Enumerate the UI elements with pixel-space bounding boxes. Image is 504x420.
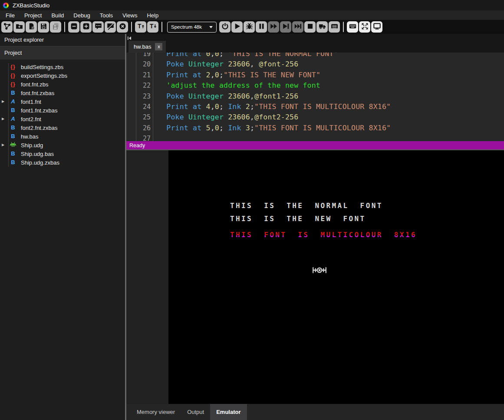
tree-item-label: Ship.udg.zxbas — [21, 159, 59, 166]
app-window: ZXBasicStudio FileProjectBuildDebugTools… — [0, 0, 504, 420]
code-line: 21 Print at 2,0;"THIS IS THE NEW FONT" — [126, 70, 504, 80]
line-number: 27 — [136, 133, 153, 141]
chevron-down-icon — [209, 26, 213, 28]
line-number: 24 — [136, 102, 153, 112]
tree-item-ship-udg-zxbas[interactable]: BShip.udg.zxbas — [0, 158, 125, 167]
run-to-end-button[interactable] — [292, 21, 303, 33]
code-editor[interactable]: 19 Print at 0,0; "THIS IS THE NORMAL FON… — [126, 53, 504, 141]
tape-button[interactable] — [329, 21, 340, 33]
tree-item-font2-fnt-zxbas[interactable]: Bfont2.fnt.zxbas — [0, 123, 125, 132]
power-button[interactable] — [219, 21, 231, 33]
save-button[interactable] — [38, 21, 49, 33]
menu-item-debug[interactable]: Debug — [69, 11, 95, 20]
uncomment-icon — [107, 23, 114, 31]
editor-tab-strip: hw.bas x — [126, 34, 504, 53]
bottom-tab-output[interactable]: Output — [181, 404, 210, 420]
tree-item-font-fnt-zxbas[interactable]: Bfont.fnt.zxbas — [0, 89, 125, 97]
bottom-tab-emulator[interactable]: Emulator — [210, 404, 247, 420]
debug-icon — [246, 23, 253, 31]
menu-item-project[interactable]: Project — [20, 11, 46, 20]
clear-icon — [119, 23, 126, 31]
line-number: 25 — [136, 112, 153, 122]
truck-button[interactable] — [316, 21, 328, 33]
tree-item-exportsettings-zbs[interactable]: {}exportSettings.zbs — [0, 71, 125, 80]
machine-selector-value: Spectrum 48k — [171, 24, 202, 30]
main-area: Project explorer Project {}buildSettings… — [0, 34, 504, 420]
status-text: Ready — [129, 142, 145, 149]
add-button[interactable] — [80, 21, 92, 33]
keyboard-button[interactable] — [347, 21, 358, 33]
code-text: 'adjust the address of the new font — [153, 80, 320, 91]
code-line: 25 Poke Uinteger 23606,@font2-256 — [126, 112, 504, 122]
tree-item-font1-fnt[interactable]: ▶Afont1.fnt — [0, 97, 125, 106]
debug-button[interactable] — [244, 21, 255, 33]
font-decrease-button[interactable]: T — [147, 21, 158, 33]
step-button[interactable] — [280, 21, 291, 33]
svg-text:T: T — [150, 23, 154, 30]
comment-button[interactable] — [92, 21, 104, 33]
tree-item-font-fnt-zbs[interactable]: {}font.fnt.zbs — [0, 80, 125, 89]
power-icon — [221, 23, 229, 31]
window-title: ZXBasicStudio — [13, 2, 49, 9]
menu-item-build[interactable]: Build — [46, 11, 69, 20]
new-file-button[interactable] — [26, 21, 37, 33]
keyboard-icon — [349, 23, 356, 31]
remove-button[interactable] — [68, 21, 79, 33]
save-icon — [40, 23, 47, 31]
emulator-display[interactable]: THIS IS THE NORMAL FONTTHIS IS THE NEW F… — [168, 150, 504, 404]
clear-button[interactable] — [117, 21, 128, 33]
expander-arrow-icon[interactable]: ▶ — [0, 97, 6, 106]
menu-item-tools[interactable]: Tools — [95, 11, 118, 20]
stop-button[interactable] — [304, 21, 316, 33]
tree-root-project[interactable]: Project — [0, 46, 125, 60]
menu-item-help[interactable]: Help — [142, 11, 163, 20]
basic-file-icon: B — [10, 133, 16, 140]
code-text: Print at 4,0; Ink 2;"THIS FONT IS MULTIC… — [153, 102, 391, 112]
font-file-icon: A — [10, 98, 16, 105]
basic-file-icon: B — [10, 124, 16, 131]
braces-icon: {} — [10, 63, 16, 70]
menu-bar: FileProjectBuildDebugToolsViewsHelp — [0, 10, 504, 20]
font-increase-button[interactable]: T — [135, 21, 146, 33]
machine-selector[interactable]: Spectrum 48k — [167, 22, 217, 33]
code-text: Print at 5,0; Ink 3;"THIS FONT IS MULTIC… — [153, 123, 391, 133]
code-line: 22 'adjust the address of the new font — [126, 80, 504, 91]
tree-item-buildsettings-zbs[interactable]: {}buildSettings.zbs — [0, 63, 125, 71]
menu-item-file[interactable]: File — [1, 11, 20, 20]
comment-icon — [95, 23, 102, 31]
line-number: 20 — [136, 59, 153, 69]
code-text: Print at 0,0; "THIS IS THE NORMAL FONT" — [153, 53, 338, 59]
tree-item-ship-udg-bas[interactable]: BShip.udg.bas — [0, 149, 125, 158]
tab-close-icon[interactable]: x — [155, 43, 162, 50]
line-number: 23 — [136, 91, 153, 102]
expander-arrow-icon[interactable]: ▶ — [0, 115, 6, 123]
tree-item-hw-bas[interactable]: Bhw.bas — [0, 132, 125, 141]
pause-button[interactable] — [256, 21, 267, 33]
uncomment-button[interactable] — [105, 21, 116, 33]
tree-item-label: exportSettings.zbs — [21, 73, 67, 79]
tab-hw-bas[interactable]: hw.bas x — [128, 41, 166, 53]
bottom-tab-memory-viewer[interactable]: Memory viewer — [131, 404, 181, 420]
fullscreen-button[interactable] — [359, 21, 370, 33]
add-icon — [82, 23, 90, 31]
code-line: 27 — [126, 133, 504, 141]
run-to-end-icon — [294, 23, 302, 31]
basic-file-icon: B — [10, 159, 16, 166]
new-folder-button[interactable] — [13, 21, 25, 33]
tree-item-font1-fnt-zxbas[interactable]: Bfont1.fnt.zxbas — [0, 106, 125, 115]
code-text: Poke Uinteger 23606,@font2-256 — [153, 112, 298, 122]
play-button[interactable] — [231, 21, 243, 33]
line-number: 22 — [136, 80, 153, 91]
save-all-button[interactable] — [50, 21, 61, 33]
display-button[interactable] — [371, 21, 382, 33]
menu-item-views[interactable]: Views — [118, 11, 142, 20]
tree-item-label: font.fnt.zxbas — [21, 90, 54, 96]
expander-arrow-icon[interactable]: ▶ — [0, 141, 6, 149]
tree-item-ship-udg[interactable]: ▶Ship.udg — [0, 141, 125, 149]
open-project-button[interactable] — [1, 21, 13, 33]
tree-item-font2-fnt[interactable]: ▶Afont2.fnt — [0, 115, 125, 123]
fast-forward-button[interactable] — [268, 21, 279, 33]
status-bar: Ready — [126, 141, 504, 149]
tree-item-label: font.fnt.zbs — [21, 81, 49, 88]
svg-text:T: T — [138, 23, 142, 30]
